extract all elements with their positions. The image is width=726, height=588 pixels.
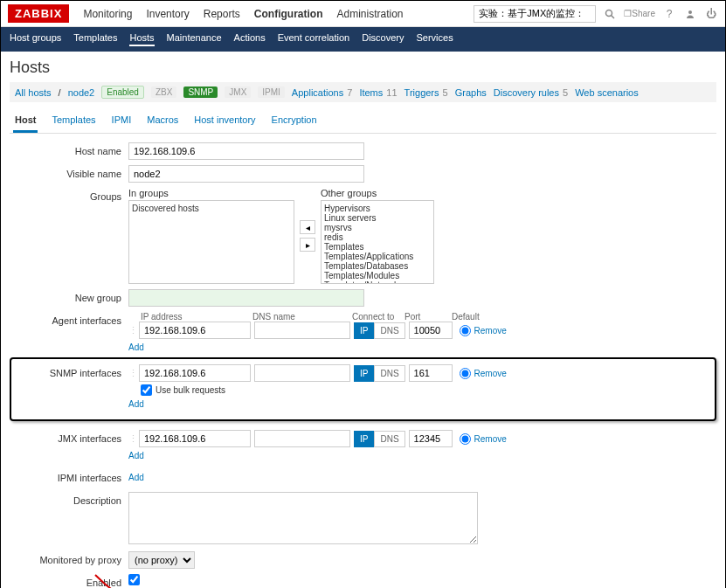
list-item[interactable]: Templates/Network Devices [324, 280, 431, 284]
help-icon[interactable]: ? [662, 7, 676, 21]
snmp-dns-button[interactable]: DNS [374, 365, 404, 382]
list-item[interactable]: Templates/Applications [324, 252, 431, 261]
link-applications[interactable]: Applications [292, 87, 343, 98]
top-menu: Monitoring Inventory Reports Configurati… [83, 8, 403, 20]
badge-zbx: ZBX [151, 86, 176, 98]
tab-encryption[interactable]: Encryption [270, 109, 319, 133]
menu-configuration[interactable]: Configuration [254, 8, 323, 20]
tab-host[interactable]: Host [13, 109, 38, 133]
hdr-connectto: Connect to [352, 312, 404, 322]
list-item[interactable]: Templates/Databases [324, 261, 431, 271]
agent-ip-button[interactable]: IP [354, 322, 374, 339]
badge-jmx: JMX [225, 86, 251, 98]
snmp-add-link[interactable]: Add [128, 399, 144, 409]
drag-handle-icon[interactable]: ⋮⋮ [128, 368, 139, 379]
logo[interactable]: ZABBIX [8, 4, 69, 23]
tab-templates[interactable]: Templates [50, 109, 97, 133]
list-item[interactable]: Linux servers [324, 213, 431, 223]
subnav-eventcorr[interactable]: Event correlation [278, 32, 350, 46]
breadcrumb: All hosts / node2 Enabled ZBX SNMP JMX I… [10, 82, 716, 102]
snmp-dns-input[interactable] [254, 364, 350, 382]
menu-reports[interactable]: Reports [204, 8, 240, 20]
label-snmpif: SNMP interfaces [15, 364, 128, 378]
jmx-default-radio[interactable] [460, 433, 471, 445]
agent-remove-link[interactable]: Remove [474, 326, 507, 336]
label-visiblename: Visible name [10, 165, 128, 179]
agent-add-link[interactable]: Add [128, 342, 144, 352]
ipmi-add-link[interactable]: Add [128, 473, 144, 482]
jmx-dns-input[interactable] [254, 430, 350, 447]
drag-handle-icon[interactable]: ⋮⋮ [128, 433, 139, 445]
list-item[interactable]: Templates/Modules [324, 271, 431, 280]
visiblename-input[interactable] [128, 165, 364, 183]
subnav-templates[interactable]: Templates [73, 32, 117, 46]
tab-ipmi[interactable]: IPMI [110, 109, 134, 133]
crumb-node[interactable]: node2 [68, 87, 95, 98]
page-title: Hosts [10, 59, 716, 77]
subnav-actions[interactable]: Actions [234, 32, 266, 46]
crumb-allhosts[interactable]: All hosts [15, 87, 52, 98]
listbox-othergroups[interactable]: HypervisorsLinux serversmysrvsredisTempl… [321, 200, 434, 284]
subnav-discovery[interactable]: Discovery [362, 32, 404, 46]
subnav-maintenance[interactable]: Maintenance [167, 32, 222, 46]
label-groups: Groups [10, 188, 128, 202]
jmx-ip-button[interactable]: IP [354, 431, 374, 447]
search-icon[interactable] [603, 7, 617, 21]
subnav-hosts[interactable]: Hosts [129, 32, 154, 46]
snmp-port-input[interactable] [409, 364, 453, 382]
subnav-hostgroups[interactable]: Host groups [10, 32, 61, 46]
badge-snmp: SNMP [183, 86, 218, 98]
agent-dns-button[interactable]: DNS [374, 322, 404, 339]
snmp-ip-button[interactable]: IP [354, 365, 374, 382]
svg-point-0 [606, 10, 612, 16]
listbox-ingroups[interactable]: Discovered hosts [128, 200, 294, 284]
menu-administration[interactable]: Administration [336, 8, 403, 20]
link-items[interactable]: Items [359, 87, 383, 98]
link-triggers[interactable]: Triggers [404, 87, 439, 98]
snmp-bulk-checkbox[interactable] [141, 384, 152, 396]
label-jmxif: JMX interfaces [10, 430, 128, 444]
list-item[interactable]: redis [324, 232, 431, 242]
proxy-select[interactable]: (no proxy) [128, 551, 195, 569]
move-right-button[interactable]: ▸ [300, 238, 315, 252]
share-link[interactable]: ❐Share [624, 7, 655, 21]
label-newgroup: New group [10, 289, 128, 303]
snmp-default-radio[interactable] [460, 368, 471, 379]
agent-default-radio[interactable] [460, 325, 471, 336]
tabs: Host Templates IPMI Macros Host inventor… [10, 109, 716, 134]
link-graphs[interactable]: Graphs [455, 87, 487, 98]
drag-handle-icon[interactable]: ⋮⋮ [128, 325, 139, 336]
snmp-ip-input[interactable] [139, 364, 251, 382]
list-item[interactable]: Templates [324, 242, 431, 252]
link-web[interactable]: Web scenarios [575, 87, 639, 98]
agent-port-input[interactable] [409, 322, 453, 339]
jmx-add-link[interactable]: Add [128, 451, 144, 460]
list-item[interactable]: Hypervisors [324, 204, 431, 213]
enabled-checkbox[interactable] [128, 574, 140, 585]
description-textarea[interactable] [128, 492, 478, 544]
tab-macros[interactable]: Macros [145, 109, 180, 133]
tab-hostinv[interactable]: Host inventory [192, 109, 257, 133]
subnav-services[interactable]: Services [417, 32, 453, 46]
jmx-remove-link[interactable]: Remove [474, 434, 507, 444]
agent-ip-input[interactable] [139, 322, 251, 339]
svg-point-2 [688, 10, 692, 14]
jmx-ip-input[interactable] [139, 430, 251, 447]
snmp-remove-link[interactable]: Remove [474, 369, 507, 378]
link-discovery[interactable]: Discovery rules [494, 87, 559, 98]
search-input[interactable] [474, 5, 596, 23]
jmx-dns-button[interactable]: DNS [374, 431, 404, 447]
menu-monitoring[interactable]: Monitoring [83, 8, 132, 20]
list-item[interactable]: Discovered hosts [132, 204, 291, 213]
list-item[interactable]: mysrvs [324, 223, 431, 232]
topbar: ZABBIX Monitoring Inventory Reports Conf… [1, 1, 725, 27]
label-agentif: Agent interfaces [10, 312, 128, 326]
jmx-port-input[interactable] [409, 430, 453, 447]
user-icon[interactable] [683, 7, 697, 21]
power-icon[interactable]: ⏻ [704, 7, 718, 21]
hostname-input[interactable] [128, 142, 364, 160]
move-left-button[interactable]: ◂ [300, 220, 315, 234]
newgroup-input[interactable] [128, 289, 364, 307]
menu-inventory[interactable]: Inventory [146, 8, 189, 20]
agent-dns-input[interactable] [254, 322, 350, 339]
